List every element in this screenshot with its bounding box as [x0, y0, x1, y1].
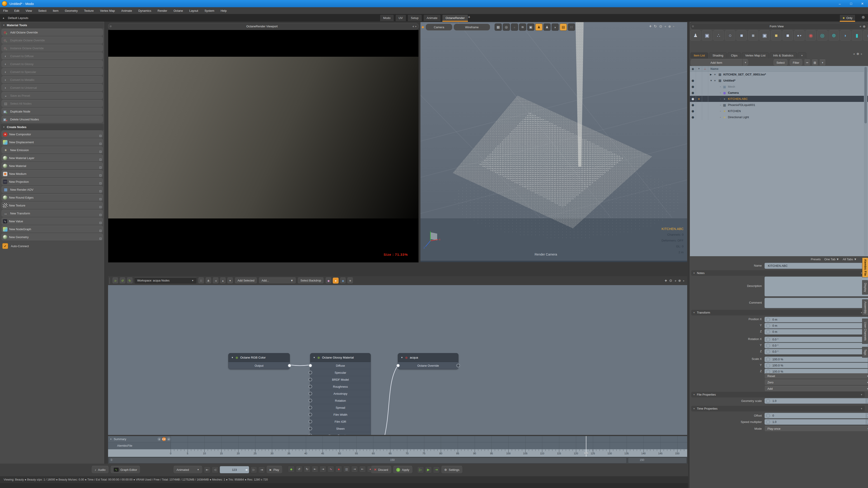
- port-connector[interactable]: [456, 364, 460, 367]
- panel-tab[interactable]: Info & Statistics: [770, 53, 797, 58]
- channel-toggle-icon[interactable]: [766, 369, 770, 374]
- panel-arrow-icon[interactable]: [673, 25, 675, 28]
- fv-probe-icon[interactable]: [806, 30, 816, 41]
- character-on-icon[interactable]: [535, 24, 542, 31]
- geometry-scale-field[interactable]: 1.0 ◀▶: [765, 398, 868, 404]
- transform-value-field[interactable]: 0 m ◀▶: [765, 317, 868, 322]
- fv-more-icon[interactable]: [863, 30, 868, 41]
- material-tool-button[interactable]: Convert to Glossy: [1, 60, 103, 68]
- range-bar-end[interactable]: [628, 457, 687, 463]
- material-tool-button[interactable]: Select All Nodes: [1, 100, 103, 107]
- fv-bend-icon[interactable]: [840, 30, 850, 41]
- channel-toggle-icon[interactable]: [766, 344, 770, 348]
- port-connector[interactable]: [309, 420, 312, 423]
- uv-book-icon[interactable]: [560, 24, 567, 31]
- port-connector[interactable]: [309, 392, 312, 395]
- step-back-icon[interactable]: [212, 466, 218, 473]
- panel-tab[interactable]: Shading: [709, 53, 727, 58]
- create-node-button[interactable]: New Compositor: [1, 131, 103, 138]
- play-end-icon[interactable]: [433, 466, 440, 473]
- layout-switcher[interactable]: Default Layouts: [8, 16, 28, 20]
- node-port[interactable]: Film Width: [310, 411, 370, 418]
- gear-icon[interactable]: [863, 25, 866, 28]
- close-icon[interactable]: [857, 0, 868, 7]
- play-solid-icon[interactable]: [425, 466, 432, 473]
- maximize-icon[interactable]: [845, 0, 857, 7]
- channel-toggle-icon[interactable]: [766, 414, 770, 418]
- material-tool-button[interactable]: Duplicate Node: [1, 108, 103, 115]
- grid-layout-icon[interactable]: [198, 278, 204, 284]
- panel-tab[interactable]: Clips: [727, 53, 741, 58]
- eye-icon[interactable]: [691, 91, 694, 94]
- curve-icon[interactable]: [328, 466, 334, 473]
- node-octane-rgb-color[interactable]: ▼ ⊛ Octane RGB Color Output: [228, 353, 290, 369]
- fv-cube-light-icon[interactable]: [737, 30, 747, 41]
- transform-value-field[interactable]: 0.0 ° ◀▶: [765, 343, 868, 348]
- node-header[interactable]: ▼ ⊛ Octane RGB Color: [228, 353, 290, 362]
- create-node-button[interactable]: New Transform: [1, 210, 103, 217]
- list-icon[interactable]: [804, 59, 810, 66]
- step-last-icon[interactable]: [258, 466, 265, 473]
- 3d-viewport[interactable]: Camera Wireframe » KITCHEN.ABC Channels:…: [421, 22, 687, 262]
- menu-item[interactable]: Octane: [170, 9, 186, 12]
- node-header[interactable]: ▼ ⊛ acqua: [398, 353, 458, 362]
- menu-item[interactable]: Render: [154, 9, 170, 12]
- workspace-tab[interactable]: OctaneRender: [442, 14, 468, 21]
- fv-select-icon[interactable]: [702, 30, 712, 41]
- material-tool-button[interactable]: Save as Preset: [1, 92, 103, 99]
- collapse-icon[interactable]: ▼: [313, 356, 315, 359]
- create-node-button[interactable]: New Medium: [1, 170, 103, 177]
- schematic-canvas[interactable]: ▼ ⊛ Octane RGB Color Output ▼ ⊛ Octane G…: [108, 285, 687, 435]
- octane-viewport-header[interactable]: OctaneRender Viewport »: [108, 23, 418, 30]
- eye-icon[interactable]: [691, 85, 694, 88]
- eye-icon[interactable]: [691, 109, 694, 113]
- file-properties-header[interactable]: ▼File Properties▼: [691, 392, 865, 397]
- panel-tab[interactable]: Item List: [690, 53, 708, 58]
- cache-badge-icon[interactable]: C: [162, 437, 166, 441]
- select-button[interactable]: Select: [773, 59, 788, 66]
- backdrop-icon[interactable]: [325, 278, 332, 284]
- material-tool-button[interactable]: Convert to Metallic: [1, 76, 103, 84]
- panel-tab[interactable]: +: [798, 53, 806, 58]
- range-bar[interactable]: [109, 457, 627, 463]
- channel-toggle-icon[interactable]: [766, 318, 770, 322]
- play-tool-icon[interactable]: [417, 466, 424, 473]
- menu-item[interactable]: Help: [217, 9, 230, 12]
- port-connector[interactable]: [309, 364, 312, 367]
- menu-item[interactable]: Animate: [118, 9, 135, 12]
- port-connector[interactable]: [309, 413, 312, 416]
- gear-icon[interactable]: [678, 279, 681, 283]
- zoom-icon[interactable]: [659, 24, 662, 29]
- pixel-grid-icon[interactable]: [568, 24, 575, 31]
- select-backdrop-button[interactable]: Select Backdrop: [298, 278, 324, 284]
- range-out-icon[interactable]: [359, 466, 366, 473]
- transform-value-field[interactable]: 0.0 ° ◀▶: [765, 337, 868, 342]
- octane-render-image[interactable]: Size : 71.33%: [108, 30, 418, 263]
- node-acqua-override[interactable]: ▼ ⊛ acqua Octane Override: [398, 353, 458, 369]
- port-connector[interactable]: [396, 364, 400, 367]
- create-node-button[interactable]: New Value: [1, 218, 103, 225]
- node-port[interactable]: Anisotropy: [310, 390, 370, 397]
- menu-item[interactable]: Texture: [81, 9, 97, 12]
- range-start-value[interactable]: 0: [111, 458, 112, 462]
- shade-texture-icon[interactable]: [495, 24, 502, 31]
- fv-rings-icon[interactable]: [829, 30, 839, 41]
- value-spinner[interactable]: ◀▶: [866, 413, 868, 418]
- play-button[interactable]: Play: [266, 466, 283, 474]
- pan-icon[interactable]: [664, 278, 667, 283]
- material-tool-button[interactable]: Instance Octane Override: [1, 44, 103, 52]
- channel-toggle-icon[interactable]: [766, 324, 770, 328]
- create-node-button[interactable]: New Geometry: [1, 233, 103, 241]
- transform-value-field[interactable]: 0 m ◀▶: [765, 323, 868, 328]
- screen-icon[interactable]: [527, 24, 534, 31]
- graph-editor-button[interactable]: Graph Editor: [110, 466, 141, 474]
- fv-cube-solid-icon[interactable]: [782, 30, 793, 41]
- transform-action-dropdown[interactable]: Zero▼: [765, 380, 868, 385]
- port-connector[interactable]: [309, 399, 312, 402]
- title-bar[interactable]: Untitled* - Modo: [0, 0, 868, 7]
- expand-icon[interactable]: »: [663, 25, 667, 28]
- plus-icon[interactable]: +: [714, 79, 717, 82]
- channel-toggle-icon[interactable]: [766, 357, 770, 361]
- fv-cube-copy-icon[interactable]: [771, 30, 781, 41]
- create-node-button[interactable]: New Material Layer: [1, 154, 103, 162]
